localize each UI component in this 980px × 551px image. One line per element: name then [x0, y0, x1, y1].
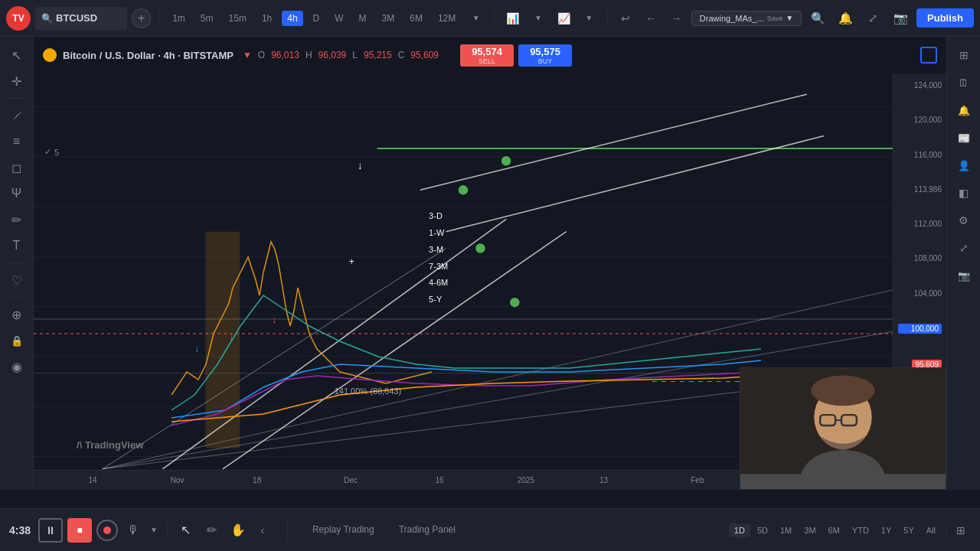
cursor-tool[interactable]: ↖: [5, 43, 29, 67]
ohlc-close-value: 95,609: [410, 50, 439, 60]
period-divider: [946, 524, 946, 536]
period-1d[interactable]: 1D: [729, 523, 750, 537]
tf-w[interactable]: W: [329, 11, 348, 26]
sell-price: 95,574: [472, 46, 502, 57]
layers-btn[interactable]: ⊞: [952, 43, 976, 67]
chart-type-dropdown[interactable]: ▼: [528, 8, 548, 29]
price-116k: 116,000: [898, 151, 942, 159]
screenshot-icon[interactable]: 📷: [889, 7, 912, 30]
add-symbol-button[interactable]: +: [132, 8, 151, 28]
magnet-tool[interactable]: ⊕: [5, 302, 29, 327]
tf-3m[interactable]: 3M: [377, 11, 400, 26]
tab-trading-panel[interactable]: Trading Panel: [387, 520, 468, 541]
text-tool[interactable]: T: [5, 233, 29, 258]
playback-controls: 4:38 ⏸ ■ 🎙 ▼ ↖ ✏ ✋ ‹: [0, 518, 281, 543]
fib-tool[interactable]: Ψ: [5, 181, 29, 206]
tf-4h[interactable]: 4h: [282, 11, 302, 26]
tf-12m[interactable]: 12M: [433, 11, 461, 26]
period-all[interactable]: All: [921, 523, 941, 537]
divider-2: [494, 11, 495, 26]
indicators-button[interactable]: 📈: [553, 8, 573, 29]
buy-price-box[interactable]: 95,575 BUY: [518, 44, 572, 67]
favourite-tool[interactable]: ♡: [5, 268, 29, 292]
back-button[interactable]: ←: [641, 8, 662, 29]
period-1m[interactable]: 1M: [775, 523, 797, 537]
pause-icon: ⏸: [45, 524, 56, 536]
price-104k: 104,000: [898, 289, 942, 298]
tf-d[interactable]: D: [308, 11, 325, 26]
camera-btn[interactable]: 📷: [952, 263, 976, 288]
mic-dropdown[interactable]: ▼: [149, 526, 159, 534]
svg-line-14: [103, 248, 446, 468]
layout-btn[interactable]: ◧: [952, 181, 976, 205]
shapes-tool[interactable]: ◻: [5, 155, 29, 180]
price-100k: 100,000: [898, 324, 942, 334]
ohlc-close-label: C: [398, 50, 405, 60]
tf-15m[interactable]: 15m: [224, 11, 252, 26]
bottom-bar: 4:38 ⏸ ■ 🎙 ▼ ↖ ✏ ✋ ‹ Replay Trading Trad…: [0, 508, 980, 551]
tf-m[interactable]: M: [354, 11, 372, 26]
ohlc-low-label: L: [352, 50, 358, 60]
tf-6m[interactable]: 6M: [404, 11, 428, 26]
period-5d[interactable]: 5D: [752, 523, 773, 537]
horizontal-line-tool[interactable]: ≡: [5, 129, 29, 154]
chart-view-toggle[interactable]: [920, 47, 937, 64]
tab-replay-trading[interactable]: Replay Trading: [300, 520, 387, 541]
timeframe-dropdown[interactable]: ▼: [466, 8, 486, 29]
fullscreen-btn[interactable]: ⤢: [952, 236, 976, 260]
tf-5m[interactable]: 5m: [195, 11, 219, 26]
divider-3: [607, 11, 608, 26]
crosshair-tool[interactable]: ✛: [5, 69, 29, 93]
period-5y[interactable]: 5Y: [898, 523, 919, 537]
svg-text:↓: ↓: [194, 344, 199, 354]
compare-button[interactable]: ⊞: [951, 522, 971, 539]
left-toolbar: ↖ ✛ ⟋ ≡ ◻ Ψ ✏ T ♡ ⊕ 🔒 ◉: [0, 37, 34, 490]
microphone-button[interactable]: 🎙: [122, 520, 144, 541]
eye-tool[interactable]: ◉: [5, 354, 29, 379]
forward-button[interactable]: →: [666, 8, 687, 29]
brush-tool[interactable]: ✏: [5, 207, 29, 232]
alert-bell-icon[interactable]: 🔔: [834, 7, 857, 30]
drawing-name-selector[interactable]: Drawing_MAs_... Save ▼: [691, 11, 802, 26]
replay-button[interactable]: ↩: [616, 8, 636, 29]
record-button[interactable]: [96, 520, 118, 541]
person-btn[interactable]: 👤: [952, 153, 976, 178]
period-6m[interactable]: 6M: [823, 523, 845, 537]
tools-chevron[interactable]: ‹: [253, 521, 272, 540]
pause-button[interactable]: ⏸: [38, 518, 63, 543]
settings-btn[interactable]: ⚙: [952, 208, 976, 233]
hand-tool-button[interactable]: ✋: [227, 520, 249, 541]
indicators-dropdown[interactable]: ▼: [579, 8, 599, 29]
publish-button[interactable]: Publish: [916, 8, 974, 28]
period-selector: 1D 5D 1M 3M 6M YTD 1Y 5Y All ⊞: [729, 522, 980, 539]
svg-text:↓: ↓: [358, 159, 363, 171]
tf-1h[interactable]: 1h: [256, 11, 277, 26]
news-btn[interactable]: 📰: [952, 126, 976, 150]
buy-price: 95,575: [530, 46, 560, 57]
time-18: 18: [253, 476, 261, 484]
ohlc-indicator: ▼: [243, 50, 252, 60]
trendline-tool[interactable]: ⟋: [5, 103, 29, 128]
sell-price-box[interactable]: 95,574 SELL: [460, 44, 514, 67]
tradingview-logo[interactable]: TV: [6, 6, 31, 31]
chart-type-button[interactable]: 📊: [502, 8, 523, 29]
fullscreen-icon[interactable]: ⤢: [861, 7, 884, 30]
calendar-btn[interactable]: 🗓: [952, 70, 976, 95]
indicator-value: 5: [54, 148, 59, 157]
period-3m[interactable]: 3M: [799, 523, 821, 537]
tab-bar: Replay Trading Trading Panel: [287, 520, 468, 541]
alert-btn[interactable]: 🔔: [952, 98, 976, 122]
period-1y[interactable]: 1Y: [876, 523, 897, 537]
price-120k: 120,000: [898, 116, 942, 124]
svg-text:5-Y: 5-Y: [429, 295, 443, 304]
stop-button[interactable]: ■: [67, 518, 92, 543]
period-ytd[interactable]: YTD: [847, 523, 874, 537]
select-tool-button[interactable]: ↖: [175, 520, 197, 541]
lock-tool[interactable]: 🔒: [5, 328, 29, 353]
search-icon-btn[interactable]: 🔍: [806, 7, 829, 30]
right-toolbar: ⊞ 🗓 🔔 📰 👤 ◧ ⚙ ⤢ 📷: [946, 37, 980, 490]
symbol-search[interactable]: 🔍 BTCUSD: [35, 7, 127, 30]
pen-tool-button[interactable]: ✏: [201, 520, 223, 541]
tf-1m[interactable]: 1m: [167, 11, 191, 26]
svg-point-42: [811, 376, 874, 406]
